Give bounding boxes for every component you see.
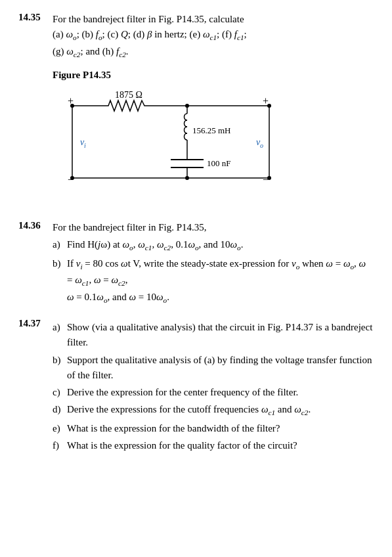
sub-label-37a: a) — [53, 320, 67, 351]
sub-item-14-37d: d) Derive the expressions for the cutoff… — [53, 402, 374, 418]
sub-label-b: b) — [53, 256, 67, 306]
sub-item-14-37e: e) What is the expression for the bandwi… — [53, 421, 374, 436]
sub-label-37b: b) — [53, 353, 67, 384]
sub-item-14-37f: f) What is the expression for the qualit… — [53, 438, 374, 453]
svg-point-18 — [185, 176, 189, 180]
svg-text:i: i — [84, 142, 86, 149]
sub-label-a: a) — [53, 237, 67, 254]
problem-number-14-35: 14.35 — [18, 12, 53, 208]
svg-text:156.25 mH: 156.25 mH — [192, 125, 231, 135]
sub-text-37f: What is the expression for the quality f… — [67, 438, 374, 453]
problem-14-35: 14.35 For the bandreject filter in Fig. … — [18, 12, 374, 208]
sub-label-37f: f) — [53, 438, 67, 453]
sub-item-14-37a: a) Show (via a qualitative analysis) tha… — [53, 320, 374, 351]
svg-text:−: − — [68, 174, 74, 185]
circuit-diagram: + 1875 Ω + — [66, 86, 276, 198]
svg-text:100 nF: 100 nF — [207, 158, 230, 168]
sub-item-14-36b: b) If vi = 80 cos ωt V, write the steady… — [53, 256, 374, 306]
sub-item-14-37b: b) Support the qualitative analysis of (… — [53, 353, 374, 384]
problem-number-14-37: 14.37 — [18, 318, 53, 453]
sub-text-b: If vi = 80 cos ωt V, write the steady-st… — [67, 256, 374, 306]
sub-label-37d: d) — [53, 402, 67, 418]
svg-text:o: o — [260, 142, 263, 149]
svg-text:1875 Ω: 1875 Ω — [115, 90, 142, 100]
sub-text-37d: Derive the expressions for the cutoff fr… — [67, 402, 374, 418]
sub-text-37b: Support the qualitative analysis of (a) … — [67, 353, 374, 384]
problem-content-14-37: a) Show (via a qualitative analysis) tha… — [53, 318, 374, 453]
problem-14-36-intro: For the bandreject filter in Fig. P14.35… — [53, 220, 374, 235]
problem-14-36: 14.36 For the bandreject filter in Fig. … — [18, 220, 374, 306]
problem-14-35-text: For the bandreject filter in Fig. P14.35… — [53, 12, 374, 60]
problem-14-37: 14.37 a) Show (via a qualitative analysi… — [18, 318, 374, 453]
sub-text-a: Find H(jω) at ωo, ωc1, ωc2, 0.1ωo, and 1… — [67, 237, 374, 254]
sub-label-37e: e) — [53, 421, 67, 436]
circuit-svg: + 1875 Ω + — [66, 86, 276, 198]
sub-label-37c: c) — [53, 385, 67, 400]
figure-title: Figure P14.35 — [53, 70, 374, 81]
sub-item-14-36a: a) Find H(jω) at ωo, ωc1, ωc2, 0.1ωo, an… — [53, 237, 374, 254]
figure-p14-35: Figure P14.35 + 1875 Ω + — [53, 70, 374, 198]
sub-text-37c: Derive the expression for the center fre… — [67, 385, 374, 400]
problem-number-14-36: 14.36 — [18, 220, 53, 306]
sub-item-14-37c: c) Derive the expression for the center … — [53, 385, 374, 400]
and-text: and — [85, 46, 100, 56]
sub-text-37e: What is the expression for the bandwidth… — [67, 421, 374, 436]
problem-content-14-35: For the bandreject filter in Fig. P14.35… — [53, 12, 374, 208]
svg-text:−: − — [263, 174, 269, 185]
sub-text-37a: Show (via a qualitative analysis) that t… — [67, 320, 374, 351]
problem-content-14-36: For the bandreject filter in Fig. P14.35… — [53, 220, 374, 306]
